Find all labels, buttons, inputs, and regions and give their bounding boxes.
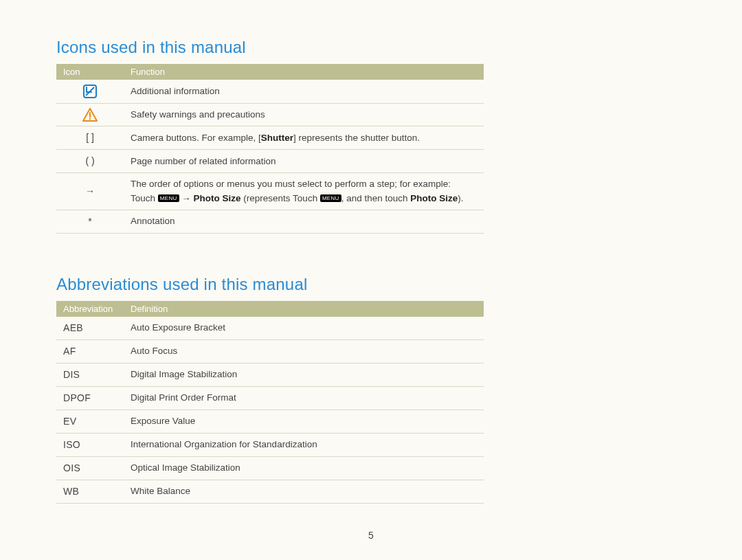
abbrev-cell: AEB (56, 317, 124, 340)
table-row: ( ) Page number of related information (56, 150, 484, 173)
abbrev-cell: DIS (56, 363, 124, 386)
abbrev-cell: OIS (56, 456, 124, 480)
abbrev-cell: EV (56, 410, 124, 433)
definition-cell: International Organization for Standardi… (124, 433, 484, 456)
table-row: WBWhite Balance (56, 480, 484, 503)
table-row: ISOInternational Organization for Standa… (56, 433, 484, 456)
abbrev-cell: WB (56, 480, 124, 503)
table-row: EVExposure Value (56, 410, 484, 433)
definition-cell: Auto Focus (124, 339, 484, 363)
icons-header-function: Function (124, 64, 484, 80)
abbrev-section-title: Abbreviations used in this manual (56, 275, 686, 294)
definition-cell: White Balance (124, 480, 484, 503)
abbrev-cell: ISO (56, 433, 124, 456)
table-row: [ ] Camera buttons. For example, [Shutte… (56, 126, 484, 150)
icons-section-title: Icons used in this manual (56, 38, 686, 57)
arrow-icon: → (56, 173, 124, 210)
table-row: Safety warnings and precautions (56, 104, 484, 126)
info-desc: Additional information (124, 80, 484, 104)
svg-point-3 (89, 118, 91, 120)
table-row: DISDigital Image Stabilization (56, 363, 484, 386)
parens-desc: Page number of related information (124, 150, 484, 173)
table-row: * Annotation (56, 210, 484, 233)
abbrev-cell: DPOF (56, 386, 124, 410)
abbrev-header-def: Definition (124, 301, 484, 317)
menu-icon: MENU (320, 194, 341, 202)
arrow-desc: The order of options or menus you must s… (124, 173, 484, 210)
definition-cell: Auto Exposure Bracket (124, 317, 484, 340)
table-row: AEBAuto Exposure Bracket (56, 317, 484, 340)
warning-desc: Safety warnings and precautions (124, 104, 484, 126)
page-number: 5 (0, 530, 742, 541)
star-icon: * (56, 210, 124, 233)
definition-cell: Digital Print Order Format (124, 386, 484, 410)
abbrev-cell: AF (56, 339, 124, 363)
parens-icon: ( ) (56, 150, 124, 173)
menu-icon: MENU (158, 194, 179, 202)
star-desc: Annotation (124, 210, 484, 233)
icons-header-icon: Icon (56, 64, 124, 80)
table-row: Additional information (56, 80, 484, 104)
table-row: DPOFDigital Print Order Format (56, 386, 484, 410)
info-icon (63, 84, 117, 99)
icons-table: Icon Function Additional information (56, 64, 484, 234)
definition-cell: Optical Image Stabilization (124, 456, 484, 480)
table-row: OISOptical Image Stabilization (56, 456, 484, 480)
table-row: AFAuto Focus (56, 339, 484, 363)
abbrev-table: Abbreviation Definition AEBAuto Exposure… (56, 301, 484, 504)
brackets-desc: Camera buttons. For example, [Shutter] r… (124, 126, 484, 150)
table-row: → The order of options or menus you must… (56, 173, 484, 210)
definition-cell: Exposure Value (124, 410, 484, 433)
definition-cell: Digital Image Stabilization (124, 363, 484, 386)
warning-icon (63, 108, 117, 122)
abbrev-header-abbr: Abbreviation (56, 301, 124, 317)
brackets-icon: [ ] (56, 126, 124, 150)
